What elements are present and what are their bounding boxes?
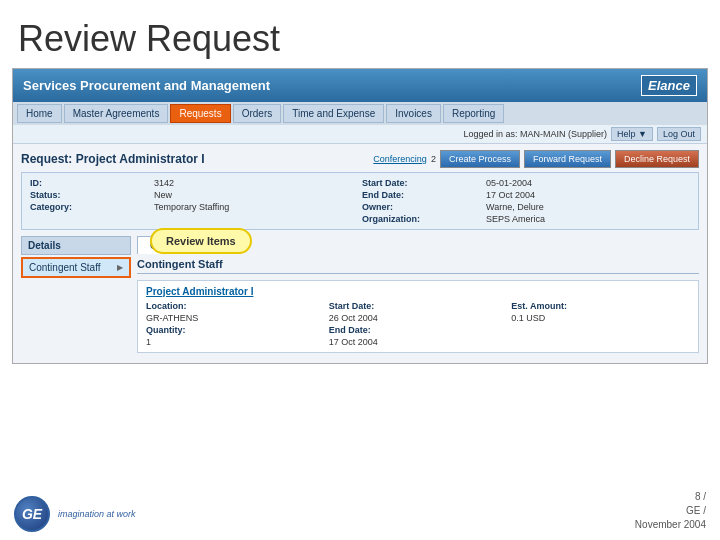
item-card-title[interactable]: Project Administrator I	[146, 286, 690, 297]
section-title: Contingent Staff	[137, 258, 699, 274]
nav-orders[interactable]: Orders	[233, 104, 282, 123]
user-bar: Logged in as: MAN-MAIN (Supplier) Help ▼…	[13, 125, 707, 144]
id-label: ID:	[30, 178, 150, 188]
conferencing-link[interactable]: Conferencing	[373, 154, 427, 164]
left-sidebar: Details Contingent Staff ▶	[21, 236, 131, 357]
request-actions: Conferencing 2 Create Process Forward Re…	[373, 150, 699, 168]
right-content: Contingent Staff Contingent Staff Projec…	[137, 236, 699, 357]
start-value: 05-01-2004	[486, 178, 690, 188]
est-value: 0.1 USD	[511, 313, 690, 323]
create-process-button[interactable]: Create Process	[440, 150, 520, 168]
two-column-layout: Details Contingent Staff ▶ Contingent St…	[21, 236, 699, 357]
category-label: Category:	[30, 202, 150, 212]
top-bar-title: Services Procurement and Management	[23, 78, 270, 93]
location-value: GR-ATHENS	[146, 313, 325, 323]
top-bar: Services Procurement and Management Elan…	[13, 69, 707, 102]
org-value: SEPS America	[486, 214, 690, 224]
sidebar-arrow-icon: ▶	[117, 263, 123, 272]
qty-label: Quantity:	[146, 325, 325, 335]
request-header: Request: Project Administrator I Confere…	[21, 150, 699, 168]
nav-requests[interactable]: Requests	[170, 104, 230, 123]
id-value: 3142	[154, 178, 358, 188]
top-bar-logo: Elance	[641, 75, 697, 96]
nav-reporting[interactable]: Reporting	[443, 104, 504, 123]
forward-request-button[interactable]: Forward Request	[524, 150, 611, 168]
end-value: 17 Oct 2004	[486, 190, 690, 200]
item-start-label: Start Date:	[329, 301, 508, 311]
category-value: Temporary Staffing	[154, 202, 358, 212]
qty-value: 1	[146, 337, 325, 347]
info-grid: ID: 3142 Start Date: 05-01-2004 Status: …	[21, 172, 699, 230]
location-label: Location:	[146, 301, 325, 311]
item-end-label: End Date:	[329, 325, 508, 335]
decline-request-button[interactable]: Decline Request	[615, 150, 699, 168]
end-label: End Date:	[362, 190, 482, 200]
owner-value: Warne, Delure	[486, 202, 690, 212]
ge-circle-logo: GE	[14, 496, 50, 532]
conference-number: 2	[431, 154, 436, 164]
owner-label: Owner:	[362, 202, 482, 212]
ge-logo: GE imagination at work	[14, 496, 136, 532]
org-label: Organization:	[362, 214, 482, 224]
start-label: Start Date:	[362, 178, 482, 188]
item-end-value: 17 Oct 2004	[329, 337, 508, 347]
content-area: Request: Project Administrator I Confere…	[13, 144, 707, 363]
nav-home[interactable]: Home	[17, 104, 62, 123]
logout-button[interactable]: Log Out	[657, 127, 701, 141]
sidebar-item-label: Contingent Staff	[29, 262, 101, 273]
help-button[interactable]: Help ▼	[611, 127, 653, 141]
item-card: Project Administrator I Location: Start …	[137, 280, 699, 353]
nav-time-expense[interactable]: Time and Expense	[283, 104, 384, 123]
ge-tagline: imagination at work	[58, 509, 136, 519]
item-detail-grid: Location: Start Date: Est. Amount: GR-AT…	[146, 301, 690, 347]
sidebar-details-header: Details	[21, 236, 131, 255]
nav-master-agreements[interactable]: Master Agreements	[64, 104, 169, 123]
logged-as-label: Logged in as: MAN-MAIN (Supplier)	[463, 129, 607, 139]
footer: GE imagination at work 8 / GE / November…	[0, 490, 720, 532]
status-value: New	[154, 190, 358, 200]
footer-page-info: 8 / GE / November 2004	[635, 490, 706, 532]
page-title: Review Request	[0, 0, 720, 68]
request-title: Request: Project Administrator I	[21, 152, 205, 166]
review-items-bubble: Review Items	[150, 228, 252, 254]
item-start-value: 26 Oct 2004	[329, 313, 508, 323]
status-label: Status:	[30, 190, 150, 200]
nav-bar: Home Master Agreements Requests Orders T…	[13, 102, 707, 125]
est-label: Est. Amount:	[511, 301, 690, 311]
ui-container: Services Procurement and Management Elan…	[12, 68, 708, 364]
nav-invoices[interactable]: Invoices	[386, 104, 441, 123]
sidebar-contingent-staff[interactable]: Contingent Staff ▶	[21, 257, 131, 278]
